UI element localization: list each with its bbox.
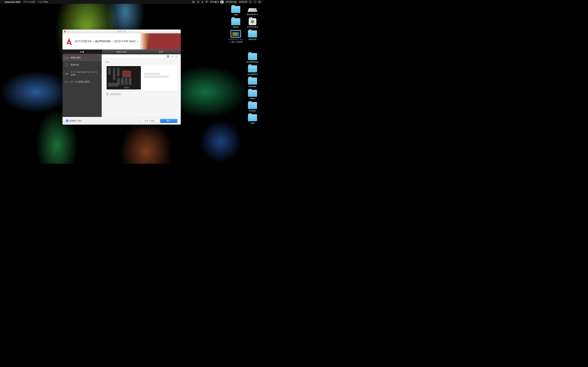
file-type-icon xyxy=(106,93,109,95)
desktop-icon-label: Competition xyxy=(247,73,258,75)
sidebar-item-open[interactable]: ファイルまたはプロジェクトを開く xyxy=(62,69,102,78)
sidebar-item-continue[interactable]: 作業を続行 xyxy=(62,54,102,61)
tab-label: 拡張 xyxy=(159,50,163,53)
folder-icon xyxy=(65,57,69,59)
startup-checkbox[interactable] xyxy=(66,120,68,122)
sidebar-item-label: 作業を続行 xyxy=(70,57,81,59)
file-meta-line xyxy=(144,76,169,78)
siri-icon[interactable] xyxy=(254,1,256,3)
file-thumbnail xyxy=(107,66,141,90)
brand-product: AUTOCAD xyxy=(95,40,110,43)
sidebar-item-new[interactable]: 新規作成 xyxy=(62,61,102,69)
brand-text: AUTODESK® AUTOCAD® 2019 FOR MAC® xyxy=(75,40,138,43)
dialog-title: ようこそ xyxy=(117,30,126,33)
desktop-icon-label: Brush&Shape xyxy=(247,61,259,63)
spotlight-icon[interactable] xyxy=(249,1,252,3)
open-file-icon xyxy=(65,72,69,75)
recent-file-card[interactable] xyxy=(105,65,177,91)
dialog-content: 今週 xyxy=(102,54,181,117)
desktop-folder-portfolio[interactable]: Portfolio xyxy=(245,101,260,113)
view-grid-icon[interactable] xyxy=(167,55,169,58)
desktop-icon-label: Example xyxy=(249,85,256,87)
folder-icon xyxy=(248,53,257,60)
dialog-body: 作業を続行 新規作成 ファイルまたはプロジェクトを開く サンプル図面を参照... xyxy=(62,54,181,117)
desktop-folder-task[interactable]: Task xyxy=(228,5,244,17)
tab-create[interactable]: 作成 xyxy=(62,50,102,54)
time-machine-icon[interactable] xyxy=(197,1,199,3)
desktop-folder-others[interactable]: Others xyxy=(245,89,260,100)
desktop-icon-label: Style xyxy=(251,122,255,124)
desktop-folder-brushshape[interactable]: Brush&Shape xyxy=(245,52,260,64)
time-group-heading: 今週 xyxy=(105,61,177,63)
open-button[interactable]: 開く xyxy=(160,119,177,123)
view-list-icon[interactable] xyxy=(171,55,173,58)
svg-rect-18 xyxy=(175,56,177,56)
notification-center-icon[interactable] xyxy=(258,1,261,3)
svg-rect-11 xyxy=(168,57,169,58)
desktop-folder-utilities[interactable]: G-UTILITIES xyxy=(245,17,260,29)
desktop-icon-label: Appendix xyxy=(249,38,257,40)
desktop-folder-competition[interactable]: Competition xyxy=(245,65,260,76)
desktop-folder-example[interactable]: Example xyxy=(245,77,260,88)
desktop-folder-appendix[interactable]: Appendix xyxy=(245,30,260,44)
registered-mark: ® xyxy=(137,41,138,43)
cancel-button[interactable]: キャンセル xyxy=(141,119,158,123)
svg-rect-16 xyxy=(171,57,172,57)
dialog-titlebar[interactable]: ようこそ xyxy=(62,30,181,33)
desktop-icon-label: BackUp No.1 xyxy=(247,13,258,15)
folder-icon xyxy=(248,114,257,121)
wifi-icon[interactable] xyxy=(205,1,208,3)
sidebar-item-label: 新規作成 xyxy=(70,64,79,67)
creative-cloud-icon[interactable] xyxy=(192,1,195,3)
svg-rect-12 xyxy=(171,56,172,56)
file-name xyxy=(110,93,121,95)
sidebar-item-label: サンプル図面を参照... xyxy=(70,81,91,83)
brand-header: AUTODESK® AUTOCAD® 2019 FOR MAC® xyxy=(62,33,181,50)
folder-icon xyxy=(231,18,240,25)
tab-learn[interactable]: 情報を表示 xyxy=(102,50,141,54)
desktop-folder-texture[interactable]: Texture xyxy=(228,17,244,29)
sidebar-item-label: ファイルまたはプロジェクトを開く xyxy=(70,71,99,76)
sidebar-item-samples[interactable]: サンプル図面を参照... xyxy=(62,78,102,86)
svg-point-0 xyxy=(192,1,194,3)
menu-file[interactable]: ファイル(F) xyxy=(23,0,35,3)
minimize-button[interactable] xyxy=(67,30,69,33)
sample-folder-icon xyxy=(65,81,69,83)
dialog-footer: 起動時に表示 キャンセル 開く xyxy=(62,117,181,125)
folder-icon xyxy=(248,90,257,97)
svg-rect-10 xyxy=(167,57,168,58)
close-button[interactable] xyxy=(64,30,66,33)
recent-files-area: 今週 xyxy=(102,58,181,117)
svg-point-4 xyxy=(250,1,251,2)
window-controls xyxy=(64,30,73,33)
view-detail-icon[interactable] xyxy=(175,55,178,58)
desktop-disk-backup[interactable]: BackUp No.1 xyxy=(245,5,260,17)
desktop-icons-grid: Task BackUp No.1 Texture G-UTILITIES スクリ… xyxy=(228,5,260,44)
tab-extend[interactable]: 拡張 xyxy=(141,50,181,54)
battery-status[interactable]: 33% xyxy=(210,1,218,3)
svg-rect-7 xyxy=(65,64,67,66)
desktop-folder-style[interactable]: Style xyxy=(245,114,260,125)
desktop-screenshot-file[interactable]: スクリーンショット 201...0.55.58 xyxy=(228,30,244,44)
svg-rect-19 xyxy=(175,56,177,57)
desktop-icon-label: スクリーンショット 201...0.55.58 xyxy=(228,38,244,43)
desktop-icon-label: Portfolio xyxy=(249,110,256,112)
menubar-date[interactable]: 3月15日(金) xyxy=(225,0,237,3)
folder-icon xyxy=(231,6,240,13)
startup-checkbox-label[interactable]: 起動時に表示 xyxy=(66,119,82,122)
svg-rect-20 xyxy=(175,57,177,57)
folder-icon xyxy=(248,65,257,72)
bluetooth-icon[interactable] xyxy=(201,1,203,3)
menubar-app-name[interactable]: AutoCAD 2019 xyxy=(5,1,20,3)
battery-icon xyxy=(215,1,218,3)
menu-help[interactable]: ヘルプ(H) xyxy=(38,0,48,3)
maximize-button[interactable] xyxy=(71,30,73,33)
ime-indicator[interactable]: あ xyxy=(221,1,224,3)
svg-rect-17 xyxy=(172,57,173,57)
view-toggle-bar xyxy=(102,54,181,58)
dialog-sidebar: 作業を続行 新規作成 ファイルまたはプロジェクトを開く サンプル図面を参照... xyxy=(62,54,102,117)
svg-rect-14 xyxy=(171,56,172,57)
disk-icon xyxy=(248,8,258,12)
registered-mark: ® xyxy=(93,41,94,43)
menubar-time[interactable]: 10:56:26 xyxy=(239,1,247,3)
